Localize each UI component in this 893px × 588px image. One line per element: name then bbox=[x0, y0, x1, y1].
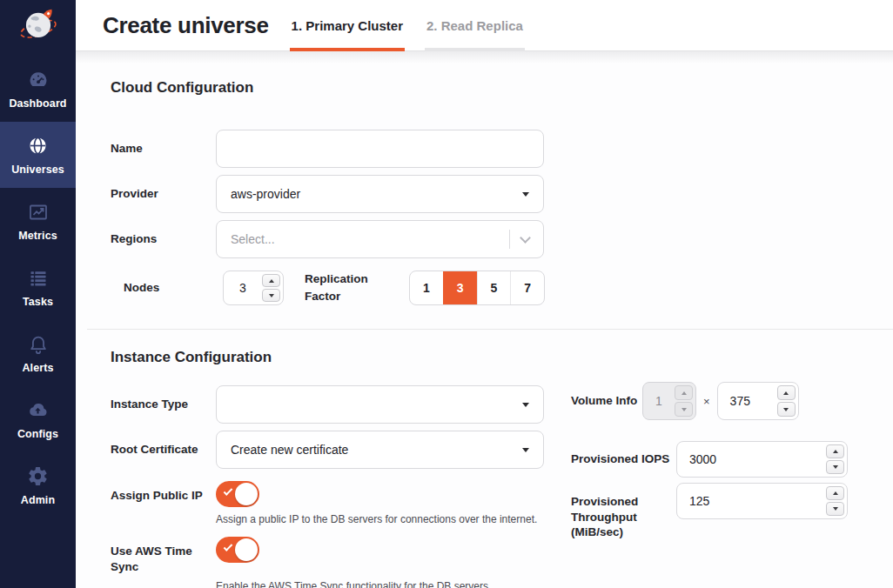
root-certificate-select[interactable]: Create new certificate bbox=[216, 431, 544, 469]
instance-type-row: Instance Type bbox=[111, 385, 544, 424]
assign-public-ip-help-text: Assign a public IP to the DB servers for… bbox=[216, 513, 544, 525]
sidebar-item-universes[interactable]: Universes bbox=[0, 122, 76, 188]
toggle-knob bbox=[235, 483, 258, 505]
sidebar-item-configs[interactable]: Configs bbox=[0, 386, 76, 452]
chevron-down-icon bbox=[522, 403, 529, 407]
cloud-upload-icon bbox=[26, 399, 50, 422]
provider-select[interactable]: aws-provider bbox=[216, 175, 544, 213]
provisioned-iops-value: 3000 bbox=[677, 452, 716, 466]
regions-placeholder: Select... bbox=[231, 232, 275, 246]
provisioned-throughput-row: Provisioned Throughput (MiB/sec) 125 bbox=[571, 483, 848, 540]
volume-size-increment-button[interactable] bbox=[777, 385, 796, 400]
root-certificate-row: Root Certificate Create new certificate bbox=[111, 431, 544, 469]
regions-label: Regions bbox=[111, 231, 216, 247]
aws-time-sync-row: Use AWS Time Sync bbox=[111, 537, 544, 574]
select-divider bbox=[509, 230, 510, 249]
name-row: Name bbox=[111, 130, 893, 168]
chevron-down-icon bbox=[522, 448, 529, 452]
volume-info-row: Volume Info 1 × 375 bbox=[571, 382, 848, 420]
arrow-down-icon bbox=[269, 294, 274, 297]
sidebar-item-tasks[interactable]: Tasks bbox=[0, 254, 76, 320]
provider-label: Provider bbox=[111, 186, 216, 202]
replication-option-5[interactable]: 5 bbox=[477, 271, 511, 304]
regions-multiselect[interactable]: Select... bbox=[216, 220, 544, 258]
volume-size-decrement-button[interactable] bbox=[777, 402, 796, 417]
root-certificate-label: Root Certificate bbox=[111, 442, 216, 458]
chevron-down-icon bbox=[520, 232, 531, 244]
sidebar-item-label: Alerts bbox=[22, 362, 53, 374]
sidebar-item-label: Admin bbox=[21, 494, 55, 506]
throughput-decrement-button[interactable] bbox=[826, 502, 844, 516]
name-label: Name bbox=[111, 141, 216, 157]
provisioned-iops-label: Provisioned IOPS bbox=[571, 451, 676, 467]
iops-increment-button[interactable] bbox=[826, 444, 844, 458]
sidebar-item-metrics[interactable]: Metrics bbox=[0, 188, 76, 254]
chevron-down-icon bbox=[522, 192, 529, 197]
nodes-decrement-button[interactable] bbox=[262, 289, 280, 302]
volume-size-stepper[interactable]: 375 bbox=[717, 382, 799, 420]
aws-time-sync-help-text: Enable the AWS Time Sync functionality f… bbox=[216, 580, 544, 588]
sidebar: Dashboard Universes Metrics bbox=[0, 0, 76, 588]
volume-count-decrement-button bbox=[675, 402, 693, 417]
iops-decrement-button[interactable] bbox=[826, 460, 844, 474]
tab-primary-cluster[interactable]: 1. Primary Cluster bbox=[290, 0, 405, 50]
instance-type-label: Instance Type bbox=[111, 397, 216, 412]
replication-option-3[interactable]: 3 bbox=[443, 271, 477, 304]
rocket-globe-logo-icon bbox=[17, 5, 59, 50]
aws-time-sync-toggle[interactable] bbox=[216, 537, 259, 563]
nodes-increment-button[interactable] bbox=[262, 274, 280, 287]
tab-label: 1. Primary Cluster bbox=[292, 18, 403, 33]
provider-selected-value: aws-provider bbox=[231, 187, 300, 201]
replication-option-7[interactable]: 7 bbox=[510, 271, 544, 304]
provisioned-iops-stepper[interactable]: 3000 bbox=[676, 441, 848, 478]
dashboard-gauge-icon bbox=[27, 69, 50, 91]
sidebar-item-label: Universes bbox=[11, 164, 64, 176]
provisioned-throughput-value: 125 bbox=[677, 494, 709, 508]
sidebar-item-label: Configs bbox=[17, 428, 58, 440]
volume-size-value: 375 bbox=[718, 394, 750, 408]
toggle-knob bbox=[235, 538, 258, 561]
sidebar-item-label: Dashboard bbox=[9, 97, 66, 110]
page-title: Create universe bbox=[103, 12, 269, 39]
cloud-configuration-heading: Cloud Configuration bbox=[111, 79, 893, 97]
arrow-down-icon bbox=[783, 408, 789, 411]
inactive-tab-underline bbox=[425, 48, 525, 51]
globe-icon bbox=[28, 135, 48, 157]
provisioned-throughput-label: Provisioned Throughput (MiB/sec) bbox=[571, 483, 676, 540]
sidebar-item-alerts[interactable]: Alerts bbox=[0, 320, 76, 386]
multiply-symbol: × bbox=[703, 395, 710, 408]
volume-info-label: Volume Info bbox=[571, 393, 642, 409]
assign-public-ip-label: Assign Public IP bbox=[111, 481, 216, 504]
volume-count-increment-button bbox=[675, 385, 693, 400]
replication-factor-group: 1 3 5 7 bbox=[409, 271, 545, 305]
sidebar-item-dashboard[interactable]: Dashboard bbox=[0, 56, 76, 122]
instance-configuration-heading: Instance Configuration bbox=[111, 349, 893, 366]
replication-option-1[interactable]: 1 bbox=[410, 271, 443, 304]
root-certificate-selected-value: Create new certificate bbox=[231, 443, 348, 457]
check-icon bbox=[224, 542, 233, 551]
sidebar-item-admin[interactable]: Admin bbox=[0, 452, 76, 518]
provider-row: Provider aws-provider bbox=[111, 175, 893, 213]
app-window: Dashboard Universes Metrics bbox=[0, 0, 893, 588]
list-icon bbox=[28, 267, 49, 290]
replication-factor-label: Replication Factor bbox=[305, 271, 388, 305]
provisioned-throughput-stepper[interactable]: 125 bbox=[676, 483, 848, 519]
nodes-row: Nodes 3 Replication Factor 1 3 5 7 bbox=[111, 271, 893, 305]
tab-label: 2. Read Replica bbox=[426, 18, 523, 33]
arrow-up-icon bbox=[833, 450, 838, 453]
aws-time-sync-label: Use AWS Time Sync bbox=[111, 537, 216, 574]
assign-public-ip-row: Assign Public IP bbox=[111, 481, 544, 507]
throughput-increment-button[interactable] bbox=[826, 486, 844, 500]
universe-name-input[interactable] bbox=[216, 130, 544, 168]
instance-type-select[interactable] bbox=[216, 385, 544, 424]
tab-read-replica[interactable]: 2. Read Replica bbox=[425, 0, 525, 50]
arrow-up-icon bbox=[783, 391, 789, 395]
app-logo[interactable] bbox=[0, 0, 76, 56]
assign-public-ip-toggle[interactable] bbox=[216, 481, 259, 507]
provisioned-iops-row: Provisioned IOPS 3000 bbox=[571, 441, 848, 478]
arrow-up-icon bbox=[269, 279, 274, 283]
nodes-stepper[interactable]: 3 bbox=[223, 271, 284, 305]
check-icon bbox=[224, 486, 233, 496]
arrow-down-icon bbox=[682, 408, 687, 411]
create-universe-form: Cloud Configuration Name Provider aws-pr… bbox=[76, 51, 893, 588]
